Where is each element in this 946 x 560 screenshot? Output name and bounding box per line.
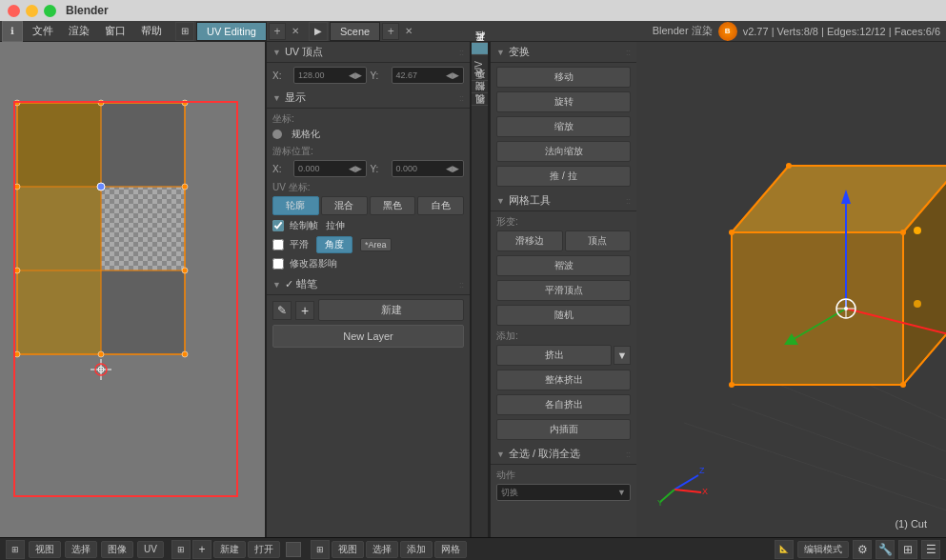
menu-render[interactable]: 渲染 xyxy=(61,21,97,42)
select-btn-right[interactable]: 选择 xyxy=(366,541,398,558)
paint-icon[interactable]: ✎ xyxy=(272,301,292,320)
select-btn-left[interactable]: 选择 xyxy=(65,541,97,558)
minimize-button[interactable] xyxy=(26,5,38,17)
image-btn[interactable]: 图像 xyxy=(101,541,133,558)
cx-input[interactable]: 0.000 ◀▶ xyxy=(293,160,367,177)
select-header[interactable]: ▼ 全选 / 取消全选 :: xyxy=(491,444,636,465)
move-btn[interactable]: 移动 xyxy=(496,67,631,88)
menu-file[interactable]: 文件 xyxy=(25,21,61,42)
uv-vertex-header[interactable]: ▼ UV 顶点 :: xyxy=(267,42,470,63)
statusbar-settings-3[interactable]: ⊞ xyxy=(898,540,917,559)
uv-btn[interactable]: UV xyxy=(137,541,164,558)
statusbar-icon-1[interactable]: ⊞ xyxy=(6,540,25,559)
outline-btn[interactable]: 轮廓 xyxy=(272,196,319,215)
info-button[interactable]: ℹ xyxy=(2,21,23,42)
scene-btn[interactable]: 视图 xyxy=(332,541,364,558)
individual-extrude-btn[interactable]: 各自挤出 xyxy=(496,394,631,415)
maximize-button[interactable] xyxy=(44,5,56,17)
statusbar-icon-2[interactable]: ⊞ xyxy=(171,540,191,559)
svg-point-72 xyxy=(914,227,921,234)
drag-handle-m: :: xyxy=(626,196,631,206)
new-btn[interactable]: 新建 xyxy=(318,299,464,321)
side-tab-misc[interactable]: 杂项 xyxy=(472,80,488,92)
open-btn[interactable]: 打开 xyxy=(248,541,280,558)
extrude-dropdown[interactable]: ▼ xyxy=(614,346,631,365)
normal-scale-btn[interactable]: 法向缩放 xyxy=(496,141,631,162)
scale-btn[interactable]: 缩放 xyxy=(496,116,631,137)
extrude-row: 挤出 ▼ xyxy=(496,345,631,366)
smooth-label: 平滑 xyxy=(290,238,309,251)
svg-point-56 xyxy=(900,230,906,235)
modify-influence-checkbox[interactable] xyxy=(272,258,284,270)
side-tab-items[interactable]: 视图 xyxy=(472,105,488,117)
top-right-info: Blender 渲染 B v2.77 | Verts:8/8 | Edges:1… xyxy=(653,22,946,41)
svg-point-55 xyxy=(729,230,735,235)
random-btn[interactable]: 随机 xyxy=(496,305,631,326)
editor-type-icon[interactable]: ⊞ xyxy=(175,22,194,41)
side-tab-grease[interactable]: 控制 xyxy=(472,92,488,105)
inset-btn[interactable]: 内插面 xyxy=(496,419,631,440)
display-header[interactable]: ▼ 显示 :: xyxy=(267,88,470,109)
svg-point-59 xyxy=(786,163,792,169)
add-tab-button[interactable]: + xyxy=(269,23,286,40)
x-value: 128.00 xyxy=(298,70,325,80)
statusbar-settings-4[interactable]: ☰ xyxy=(921,540,940,559)
uv-viewport[interactable] xyxy=(0,42,267,537)
ripple-btn[interactable]: 褶波 xyxy=(496,255,631,276)
side-tab-tools[interactable]: 工具栏 xyxy=(472,42,488,54)
rotate-btn[interactable]: 旋转 xyxy=(496,91,631,112)
statusbar-settings-2[interactable]: 🔧 xyxy=(876,540,895,559)
modify-influence-label: 修改器影响 xyxy=(290,257,337,270)
black-btn[interactable]: 黑色 xyxy=(370,196,416,215)
mesh-btn-right[interactable]: 网格 xyxy=(434,541,467,558)
x-input[interactable]: 128.00 ◀▶ xyxy=(293,67,367,84)
coord-text: 坐标: xyxy=(267,110,470,126)
scene-icon[interactable]: ▶ xyxy=(309,22,328,41)
mesh-tools-header[interactable]: ▼ 网格工具 :: xyxy=(491,190,636,211)
smooth-edge-btn[interactable]: 滑移边 xyxy=(496,230,563,251)
add-btn-right[interactable]: 添加 xyxy=(400,541,433,558)
add-view-btn[interactable]: + xyxy=(192,540,211,559)
drag-handle-s: :: xyxy=(626,450,631,459)
cy-input[interactable]: 0.000 ◀▶ xyxy=(392,160,465,177)
solid-extrude-btn[interactable]: 整体挤出 xyxy=(496,370,631,390)
new-btn[interactable]: 新建 xyxy=(213,541,246,558)
area-btn[interactable]: *Area xyxy=(360,238,392,251)
close-scene-tab-button[interactable]: ✕ xyxy=(401,24,416,39)
close-tab-button[interactable]: ✕ xyxy=(288,24,303,39)
add-layer-icon[interactable]: + xyxy=(295,301,314,320)
statusbar-settings-1[interactable]: ⚙ xyxy=(853,540,872,559)
tab-uv-editing[interactable]: UV Editing xyxy=(196,22,267,41)
statusbar-icon-edit[interactable]: 📐 xyxy=(775,540,794,559)
menu-window[interactable]: 窗口 xyxy=(97,21,133,42)
svg-line-77 xyxy=(674,490,701,492)
grease-header[interactable]: ▼ ✓ 蜡笔 :: xyxy=(267,274,470,295)
menu-help[interactable]: 帮助 xyxy=(133,21,170,42)
action-dropdown[interactable]: 切换 ▼ xyxy=(496,484,631,501)
stretch-label: 拉伸 xyxy=(326,219,345,232)
draw-frames-checkbox[interactable] xyxy=(272,220,284,231)
axes-indicator: Z X Y xyxy=(655,456,708,509)
new-layer-btn[interactable]: New Layer xyxy=(272,325,464,348)
close-button[interactable] xyxy=(8,5,20,17)
angle-btn[interactable]: 角度 xyxy=(316,236,352,253)
vertex-btn[interactable]: 顶点 xyxy=(565,230,632,251)
smooth-vertex-btn[interactable]: 平滑顶点 xyxy=(496,280,631,301)
smooth-checkbox[interactable] xyxy=(272,239,284,250)
select-content: 动作 切换 ▼ xyxy=(491,465,636,505)
white-btn[interactable]: 白色 xyxy=(417,196,464,215)
view-btn-left[interactable]: 视图 xyxy=(29,541,61,558)
y-input[interactable]: 42.67 ◀▶ xyxy=(392,67,465,84)
extrude-btn[interactable]: 挤出 xyxy=(496,345,612,366)
statusbar-icon-3[interactable]: ⊞ xyxy=(311,540,330,559)
deform-label: 形变: xyxy=(491,213,636,229)
add-scene-tab-button[interactable]: + xyxy=(382,23,399,40)
side-tab-uv[interactable]: UV xyxy=(472,54,488,80)
push-pull-btn[interactable]: 推 / 拉 xyxy=(496,166,631,187)
transform-header[interactable]: ▼ 变换 :: xyxy=(491,42,636,63)
action-label: 动作 xyxy=(491,467,636,482)
viewport-3d[interactable]: 用户视图（透视） xyxy=(636,42,946,537)
mix-btn[interactable]: 混合 xyxy=(321,196,368,215)
edit-mode-btn[interactable]: 编辑模式 xyxy=(797,541,849,558)
tab-scene[interactable]: Scene xyxy=(330,22,380,41)
